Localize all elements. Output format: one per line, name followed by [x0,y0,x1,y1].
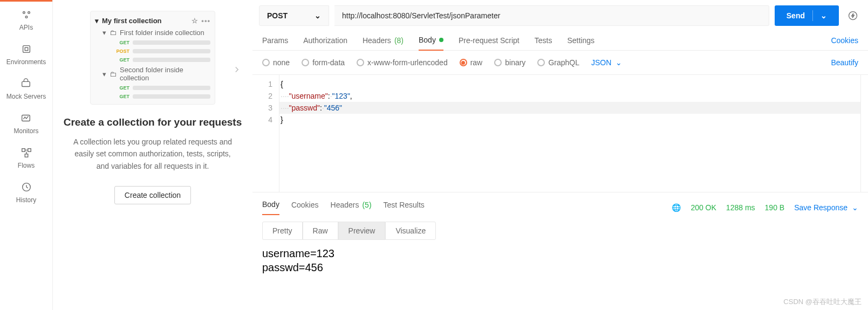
response-tab-body[interactable]: Body [262,200,279,215]
tab-label: Body [419,36,436,44]
body-type-urlencoded[interactable]: x-www-form-urlencoded [357,58,448,67]
chevron-down-icon: ▾ [102,29,106,37]
placeholder-bar [133,49,210,53]
method-badge: GET [114,57,129,63]
send-button[interactable]: Send⌄ [775,5,839,26]
dirty-indicator [439,38,443,42]
tab-params[interactable]: Params [262,36,288,50]
nav-label: Mock Servers [6,93,46,100]
response-body: username=123 passwd=456 [252,246,868,274]
svg-point-1 [28,12,30,14]
tab-body[interactable]: Body [419,36,443,51]
nav-apis[interactable]: APIs [19,9,33,31]
lang-label: JSON [591,58,611,67]
view-raw[interactable]: Raw [303,222,338,240]
collection-illustration: ▾ My first collection ☆ ••• ▾🗀First fold… [90,11,215,105]
nav-label: Flows [18,162,35,169]
opt-label: raw [470,58,483,67]
opt-label: binary [505,58,525,67]
response-tab-test-results[interactable]: Test Results [384,201,425,215]
divider [812,10,813,21]
create-collection-button[interactable]: Create collection [114,186,191,204]
save-response-button[interactable]: Save Response⌄ [794,203,858,212]
method-badge: GET [114,40,129,45]
body-type-binary[interactable]: binary [494,58,525,67]
opt-label: x-www-form-urlencoded [367,58,448,67]
nav-label: APIs [19,24,33,31]
url-input[interactable] [334,5,769,26]
folder-icon: 🗀 [110,29,117,37]
folder-name: Second folder inside collection [120,66,210,82]
body-editor[interactable]: 1234 { ····"username":·"123", ····"passw… [252,74,868,192]
method-label: POST [267,11,288,20]
body-type-graphql[interactable]: GraphQL [537,58,579,67]
nav-environments[interactable]: Environments [6,43,46,66]
svg-point-11 [849,12,857,20]
star-icon: ☆ [192,17,198,25]
nav-history[interactable]: History [16,181,36,204]
watermark: CSDN @吞吞吐吐大魔王 [783,297,862,307]
tab-authorization[interactable]: Authorization [303,36,347,50]
nav-label: Monitors [13,127,38,135]
svg-rect-8 [28,149,31,152]
nav-flows[interactable]: Flows [18,147,35,169]
request-bar: POST⌄ Send⌄ [252,0,868,26]
send-label: Send [787,11,805,20]
code-line: { [279,78,860,90]
method-badge: GET [114,94,129,99]
svg-rect-7 [22,149,25,152]
placeholder-bar [133,86,210,90]
mid-pane-description: A collection lets you group related requ… [59,136,246,172]
minimap [860,75,868,192]
response-tab-headers[interactable]: Headers (5) [331,201,372,215]
chevron-down-icon: ⌄ [821,11,827,20]
cookies-link[interactable]: Cookies [831,36,858,50]
tab-tests[interactable]: Tests [535,36,552,50]
view-visualize[interactable]: Visualize [385,222,436,240]
tab-prerequest[interactable]: Pre-request Script [459,36,520,50]
nav-label: History [16,196,36,204]
collection-name: My first collection [102,17,162,25]
code-area[interactable]: { ····"username":·"123", ····"passwd":·"… [279,75,860,192]
svg-rect-5 [22,81,30,86]
beautify-link[interactable]: Beautify [831,58,858,67]
nav-monitors[interactable]: Monitors [13,112,38,135]
mid-pane: ▾ My first collection ☆ ••• ▾🗀First fold… [53,0,252,310]
method-select[interactable]: POST⌄ [259,5,329,26]
body-type-formdata[interactable]: form-data [302,58,345,67]
method-badge: GET [114,85,129,91]
save-label: Save Response [794,203,848,212]
response-line: username=123 [262,246,858,260]
body-type-none[interactable]: none [262,58,290,67]
svg-point-2 [25,16,28,18]
tab-headers[interactable]: Headers (8) [363,36,404,50]
tab-settings[interactable]: Settings [567,36,594,50]
chevron-down-icon: ▾ [102,70,106,78]
response-tab-cookies[interactable]: Cookies [291,201,319,215]
svg-rect-9 [25,154,28,157]
bootcamp-icon[interactable] [844,10,862,21]
response-time: 1288 ms [726,203,755,212]
placeholder-bar [133,94,210,99]
chevron-right-icon[interactable] [232,65,242,77]
globe-icon[interactable]: 🌐 [672,203,681,212]
tab-label: Headers [363,36,391,45]
code-line: ····"passwd":·"456" [279,102,860,114]
placeholder-bar [133,58,210,62]
request-tabs: Params Authorization Headers (8) Body Pr… [252,26,868,51]
code-line: ····"username":·"123", [279,90,860,102]
headers-count: (8) [394,36,404,45]
main-pane: POST⌄ Send⌄ Params Authorization Headers… [252,0,868,310]
raw-language-select[interactable]: JSON⌄ [591,58,622,67]
body-type-raw[interactable]: raw [460,58,483,67]
svg-point-0 [23,12,25,14]
view-preview[interactable]: Preview [338,222,386,240]
mid-pane-title: Create a collection for your requests [64,116,242,128]
svg-rect-3 [23,46,30,53]
view-pretty[interactable]: Pretty [262,222,303,240]
placeholder-bar [133,40,210,45]
chevron-down-icon: ▾ [95,17,99,25]
chevron-down-icon: ⌄ [315,11,321,20]
status-code: 200 OK [691,203,716,212]
nav-mock-servers[interactable]: Mock Servers [6,78,46,100]
